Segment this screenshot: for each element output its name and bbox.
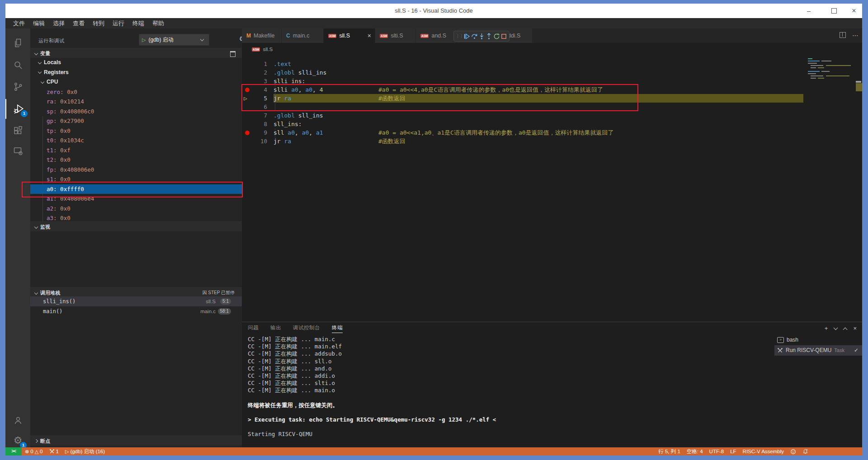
register-row[interactable]: t2: 0x0 (30, 155, 242, 165)
step-into-button[interactable] (478, 33, 485, 40)
code-line[interactable]: 2.globl slli_ins (242, 68, 862, 77)
token: .text (274, 61, 291, 67)
panel-tab-终端[interactable]: 终端 (332, 324, 343, 333)
register-row[interactable]: a0: 0xffff0 (30, 184, 242, 194)
register-row[interactable]: fp: 0x408006e0 (30, 165, 242, 175)
editor-actions: ⋯ (840, 32, 859, 38)
eol-sequence[interactable]: LF (727, 447, 739, 455)
new-terminal-icon[interactable]: + (825, 324, 828, 333)
search-icon[interactable] (5, 55, 30, 75)
register-row[interactable]: gp: 0x27900 (30, 116, 242, 126)
code-line[interactable]: 8sll_ins: (242, 120, 862, 128)
tab-sll.S[interactable]: ASMsll.S× (324, 28, 375, 43)
breakpoint-icon[interactable] (245, 131, 250, 135)
stop-button[interactable] (500, 33, 507, 40)
register-row[interactable]: ra: 0x10214 (30, 97, 242, 107)
call-stack-section-header[interactable]: 调用堆栈 因 STEP 已暂停 (30, 287, 242, 297)
encoding[interactable]: UTF-8 (706, 447, 727, 455)
code-text: .globl slli_ins (274, 68, 326, 77)
register-row[interactable]: sp: 0x408006c0 (30, 107, 242, 117)
maximize-button[interactable] (830, 6, 839, 15)
register-row[interactable]: t0: 0x1034c (30, 136, 242, 146)
restart-button[interactable] (493, 33, 500, 40)
menu-item[interactable]: 选择 (49, 18, 69, 28)
account-icon[interactable] (5, 410, 30, 430)
close-panel-icon[interactable]: × (853, 324, 857, 333)
breakpoint-icon[interactable] (245, 88, 250, 92)
step-out-button[interactable] (486, 33, 492, 40)
extensions-icon[interactable] (5, 121, 30, 141)
source-control-icon[interactable] (5, 77, 30, 97)
running-tasks-status[interactable]: 1 (46, 447, 62, 455)
code-area[interactable]: 1.text2.globl slli_ins3slli_ins:4slli a0… (242, 53, 862, 322)
minimap[interactable] (806, 53, 855, 107)
terminal-dropdown-icon[interactable] (834, 326, 838, 330)
register-row[interactable]: a2: 0x0 (30, 204, 242, 214)
register-row[interactable]: t1: 0xf (30, 146, 242, 155)
variables-section-header[interactable]: 变量 (30, 48, 242, 58)
maximize-panel-icon[interactable] (843, 327, 848, 332)
tab-and.S[interactable]: ASMand.S (416, 28, 457, 43)
language-mode[interactable]: RISC-V Assembly (740, 447, 787, 455)
code-line[interactable]: 4slli a0, a0, 4#a0 = a0<<4,a0是C语言调用者传递的参… (242, 85, 862, 94)
code-line[interactable]: 7.globl sll_ins (242, 111, 862, 120)
register-row[interactable]: a3: 0x0 (30, 213, 242, 221)
menu-item[interactable]: 文件 (9, 18, 29, 28)
breakpoints-section-header[interactable]: 断点 (30, 436, 242, 446)
tree-item-cpu[interactable]: CPU (30, 77, 242, 87)
collapse-all-icon[interactable] (230, 51, 236, 57)
remote-indicator[interactable]: >< (5, 447, 22, 455)
split-editor-icon[interactable] (840, 32, 846, 38)
terminal-output[interactable]: CC -[M] 正在构建 ... main.cCC -[M] 正在构建 ... … (248, 336, 768, 438)
code-line[interactable]: 9sll a0, a0, a1#a0 = a0<<a1,a0、a1是C语言调用者… (242, 128, 862, 137)
notifications-bell-icon[interactable] (799, 447, 811, 455)
register-row[interactable]: a1: 0x408006e4 (30, 194, 242, 204)
tab-slti.S[interactable]: ASMslti.S (375, 28, 416, 43)
terminal-list-item[interactable]: >bash (774, 335, 862, 345)
code-line[interactable]: 6 (242, 103, 862, 111)
explorer-icon[interactable] (5, 33, 30, 53)
minimize-button[interactable]: – (804, 6, 813, 15)
register-row[interactable]: zero: 0x0 (30, 87, 242, 97)
code-line[interactable]: 3slli_ins: (242, 77, 862, 85)
debug-session-status[interactable]: ▷ (gdb) 启动 (16) (62, 447, 108, 455)
code-line[interactable]: ▷5jr ra#函数返回 (242, 94, 862, 103)
tree-item-registers[interactable]: Registers (30, 68, 242, 78)
tab-Makefile[interactable]: MMakefile (242, 28, 282, 43)
tab-close-icon[interactable]: × (368, 32, 371, 39)
indentation[interactable]: 空格: 4 (684, 447, 706, 455)
breadcrumb[interactable]: ASM sll.S (252, 45, 273, 54)
minimap-mark (818, 78, 824, 79)
terminal-list-item[interactable]: Run RISCV-QEMUTask✓ (774, 345, 862, 356)
register-row[interactable]: tp: 0x0 (30, 126, 242, 136)
menu-item[interactable]: 帮助 (148, 18, 168, 28)
code-line[interactable]: 10jr ra#函数返回 (242, 137, 862, 146)
code-line[interactable]: 1.text (242, 60, 862, 68)
watch-section-header[interactable]: 监视 (30, 221, 242, 231)
panel-tab-调试控制台[interactable]: 调试控制台 (293, 324, 320, 333)
menu-item[interactable]: 转到 (89, 18, 108, 28)
menu-item[interactable]: 终端 (128, 18, 148, 28)
continue-button[interactable] (463, 33, 470, 40)
remote-explorer-icon[interactable] (5, 141, 30, 161)
tab-main.c[interactable]: Cmain.c (282, 28, 324, 43)
close-button[interactable]: × (849, 6, 859, 15)
stack-frame[interactable]: slli_ins()sll.S5:1 (30, 296, 242, 306)
menu-item[interactable]: 查看 (69, 18, 89, 28)
menu-item[interactable]: 运行 (108, 18, 128, 28)
panel-tab-输出[interactable]: 输出 (270, 324, 281, 333)
drag-grip-icon[interactable]: ⋮⋮ (456, 34, 463, 38)
stack-frame[interactable]: main()main.c58:1 (30, 306, 242, 316)
launch-config-dropdown[interactable]: ▷ (gdb) 启动 (139, 34, 209, 46)
cursor-position[interactable]: 行 5, 列 1 (655, 447, 684, 455)
feedback-icon[interactable] (787, 447, 799, 455)
overview-ruler[interactable] (855, 53, 862, 322)
run-and-debug-icon[interactable]: 1 (5, 99, 31, 119)
panel-tab-问题[interactable]: 问题 (248, 324, 259, 333)
tree-item-locals[interactable]: Locals (30, 58, 242, 68)
step-over-button[interactable] (471, 33, 478, 40)
problems-status[interactable]: ⊗0 △0 (22, 447, 46, 455)
menu-item[interactable]: 编辑 (29, 18, 49, 28)
register-row[interactable]: s1: 0x0 (30, 174, 242, 184)
editor-more-actions-icon[interactable]: ⋯ (852, 33, 859, 38)
